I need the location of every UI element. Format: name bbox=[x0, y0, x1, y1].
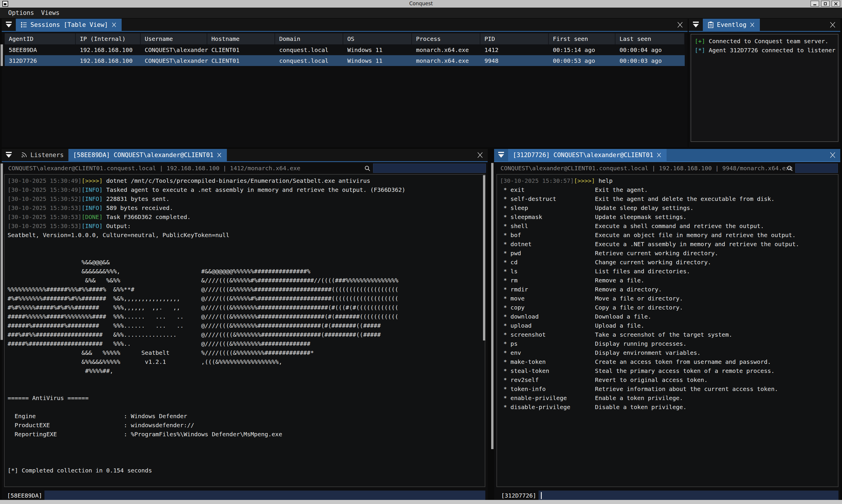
tabbar-accent-line bbox=[2, 161, 488, 162]
column-header[interactable]: First seen bbox=[549, 33, 615, 44]
terminal-segment-plain: Seatbelt, Version=1.0.0.0, Culture=neutr… bbox=[7, 232, 229, 238]
tabs-dropdown-button[interactable] bbox=[689, 19, 703, 31]
column-header[interactable]: OS bbox=[343, 33, 412, 44]
column-header[interactable]: Hostname bbox=[207, 33, 275, 44]
agent-right-tabbar: [312D7726] CONQUEST\alexander@CLIENT01 bbox=[494, 149, 840, 161]
terminal-line: * copy Copy a file or directory. bbox=[500, 303, 835, 312]
terminal-line: * exit Exit the agent. bbox=[500, 185, 835, 195]
agent-right-prompt: [312D7726] bbox=[501, 492, 536, 499]
column-header[interactable]: AgentID bbox=[5, 33, 76, 44]
menu-views[interactable]: Views bbox=[41, 10, 59, 16]
terminal-line: #%%%%##, bbox=[7, 366, 482, 376]
tabs-dropdown-button[interactable] bbox=[2, 19, 16, 31]
minimize-button[interactable] bbox=[810, 1, 819, 7]
table-cell: 192.168.168.100 bbox=[76, 44, 141, 55]
tab-eventlog[interactable]: Eventlog bbox=[703, 19, 760, 31]
terminal-segment-plain: * sleep Update sleep delay settings. bbox=[500, 204, 693, 211]
table-cell: CONQUEST\alexander bbox=[141, 55, 207, 66]
table-row[interactable]: 58EE89DA192.168.168.100CONQUEST\alexande… bbox=[5, 44, 685, 55]
tab-agent-58EE89DA[interactable]: [58EE89DA] CONQUEST\alexander@CLIENT01 bbox=[68, 149, 227, 161]
terminal-line bbox=[7, 403, 482, 412]
terminal-line bbox=[7, 240, 482, 249]
table-cell: 00:00:04 ago bbox=[615, 44, 685, 55]
tab-sessions-label: Sessions [Table View] bbox=[30, 21, 108, 28]
table-cell: 192.168.168.100 bbox=[76, 55, 141, 66]
agent-left-output[interactable]: [30-10-2025 15:30:49][>>>>] dotnet /mnt/… bbox=[4, 174, 485, 487]
sessions-pane-close-button[interactable] bbox=[672, 19, 688, 31]
table-cell: CONQUEST\alexander bbox=[141, 44, 207, 55]
terminal-line: &%& %&%% &////(((&%%%%%#%###############… bbox=[7, 276, 482, 285]
tab-close-icon[interactable] bbox=[216, 152, 222, 158]
tabs-dropdown-button[interactable] bbox=[2, 149, 16, 161]
maximize-button[interactable] bbox=[821, 1, 830, 7]
terminal-segment-note: [*] bbox=[695, 47, 705, 54]
eventlog-line: [+] Connected to Conquest team server. bbox=[695, 37, 835, 46]
tab-close-icon[interactable] bbox=[656, 152, 662, 158]
terminal-segment-plain: &%& %&%% &////(((&%%%%%#%###############… bbox=[7, 277, 398, 284]
agent-left-meta: CONQUEST\alexander@CLIENT01.conquest.loc… bbox=[8, 165, 300, 172]
terminal-line: * sleep Update sleep delay settings. bbox=[500, 203, 835, 213]
sessions-pane: Sessions [Table View] AgentIDIP (Interna… bbox=[2, 19, 688, 147]
tab-close-icon[interactable] bbox=[111, 22, 117, 28]
terminal-segment-ts: [30-10-2025 15:30:53] bbox=[7, 222, 82, 230]
terminal-segment-plain: &&& %%%%% Seatbelt %////((((&%%%%%%%%###… bbox=[7, 349, 314, 356]
terminal-segment-plain: Engine : Windows Defender bbox=[7, 413, 187, 420]
terminal-segment-plain: #####%%%%%%#####%%%%%%%%#### %%%...... .… bbox=[7, 313, 398, 320]
terminal-line: ProductEXE : windowsdefender:// bbox=[7, 421, 482, 430]
column-header[interactable]: Username bbox=[141, 33, 207, 44]
sessions-scrollbar-thumb[interactable] bbox=[1, 44, 3, 66]
close-icon bbox=[477, 151, 484, 159]
tab-sessions[interactable]: Sessions [Table View] bbox=[16, 19, 122, 31]
tab-listeners[interactable]: Listeners bbox=[16, 149, 68, 161]
terminal-line: [30-10-2025 15:30:53][INFO] 589 bytes re… bbox=[7, 203, 482, 213]
terminal-segment-plain: dotnet /mnt/c/Tools/precompiled-binaries… bbox=[103, 177, 370, 184]
tabs-dropdown-button[interactable] bbox=[494, 149, 508, 161]
terminal-segment-ok: [+] bbox=[695, 38, 705, 45]
agent-right-output[interactable]: [30-10-2025 15:30:57][>>>>] help * exit … bbox=[496, 174, 839, 487]
agent-left-pane-close-button[interactable] bbox=[472, 149, 488, 161]
terminal-segment-plain: #%#%%%%%%%#######%#%%####### %&%,,,,,,,,… bbox=[7, 295, 398, 302]
window-bottom-edge[interactable] bbox=[0, 500, 842, 504]
terminal-line: [30-10-2025 15:30:53][DONE] Task F366D36… bbox=[7, 213, 482, 222]
terminal-line: * token-info Retrieve information about … bbox=[500, 384, 835, 394]
column-header[interactable]: IP (Internal) bbox=[76, 33, 141, 44]
agent-right-pane-close-button[interactable] bbox=[825, 149, 840, 161]
table-cell: Windows 11 bbox=[343, 44, 412, 55]
column-header[interactable]: Domain bbox=[275, 33, 343, 44]
terminal-segment-ts: [30-10-2025 15:30:49] bbox=[7, 177, 82, 184]
terminal-segment-plain: Output: bbox=[103, 222, 131, 230]
tabbar-spacer bbox=[227, 149, 472, 161]
tab-close-icon[interactable] bbox=[749, 22, 755, 28]
agent-left-command-input[interactable] bbox=[45, 490, 485, 501]
agent-right-command-input[interactable] bbox=[538, 490, 839, 501]
terminal-line: ====== AntiVirus ====== bbox=[7, 394, 482, 403]
terminal-line: Engine : Windows Defender bbox=[7, 412, 482, 421]
terminal-segment-plain: ReportingEXE : %ProgramFiles%\Windows De… bbox=[7, 431, 282, 438]
tabbar-spacer bbox=[122, 19, 672, 31]
table-row[interactable]: 312D7726192.168.168.100CONQUEST\alexande… bbox=[5, 55, 685, 66]
eventlog-output[interactable]: [+] Connected to Conquest team server.[*… bbox=[690, 34, 839, 142]
agent-left-search-input[interactable] bbox=[373, 163, 486, 173]
column-header[interactable]: Last seen bbox=[615, 33, 685, 44]
agent-right-meta: CONQUEST\alexander@CLIENT01.conquest.loc… bbox=[500, 165, 793, 172]
terminal-segment-plain: [*] Completed collection in 0.154 second… bbox=[7, 467, 152, 474]
eventlog-pane-close-button[interactable] bbox=[825, 19, 840, 31]
agent-left-pane-scrollbar-thumb[interactable] bbox=[1, 163, 3, 340]
column-header[interactable]: Process bbox=[412, 33, 480, 44]
titlebar[interactable]: Conquest bbox=[0, 0, 842, 7]
eventlog-tabbar: Eventlog bbox=[689, 19, 840, 31]
menu-options[interactable]: Options bbox=[8, 10, 34, 16]
agent-right-pane-scrollbar-thumb[interactable] bbox=[491, 163, 494, 449]
eventlog-pane: Eventlog [+] Connected to Conquest team … bbox=[689, 19, 840, 147]
agent-right-search-input[interactable] bbox=[795, 163, 838, 173]
terminal-line: ReportingEXE : %ProgramFiles%\Windows De… bbox=[7, 430, 482, 439]
tab-listeners-label: Listeners bbox=[30, 151, 64, 159]
agent-left-output-scrollbar-thumb[interactable] bbox=[483, 175, 485, 341]
close-button[interactable] bbox=[831, 1, 840, 7]
terminal-line: #%#%%%%%%%#######%#%%####### %&%,,,,,,,,… bbox=[7, 294, 482, 303]
tab-agent-312D7726[interactable]: [312D7726] CONQUEST\alexander@CLIENT01 bbox=[508, 149, 667, 161]
column-header[interactable]: PID bbox=[480, 33, 549, 44]
terminal-segment-plain: * shell Execute a shell command and retr… bbox=[500, 222, 764, 230]
terminal-line: [30-10-2025 15:30:53][INFO] Output: bbox=[7, 222, 482, 231]
table-cell: 9948 bbox=[480, 55, 549, 66]
